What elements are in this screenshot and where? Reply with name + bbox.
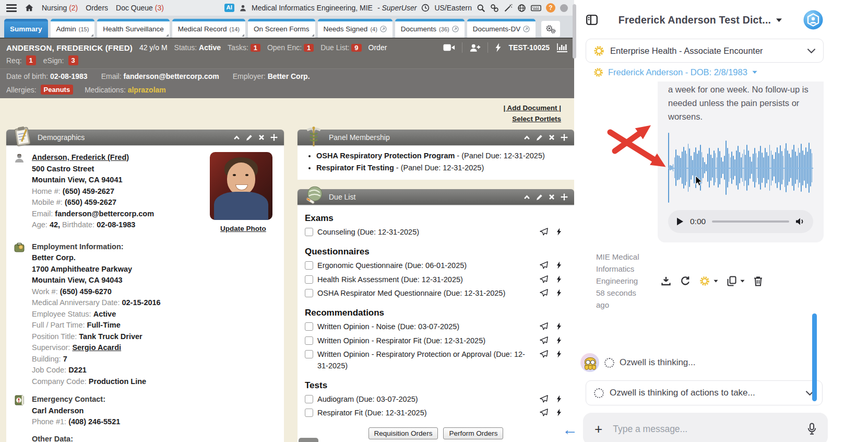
move-icon[interactable] (270, 134, 278, 141)
attach-button[interactable]: + (594, 422, 602, 436)
collapse-panel-button[interactable]: ← (558, 417, 581, 442)
player-seekbar[interactable] (712, 220, 789, 223)
bolt-icon[interactable] (556, 322, 562, 330)
bolt-icon[interactable] (556, 409, 562, 416)
allergy-badge[interactable]: Peanuts (41, 85, 74, 95)
globe-icon[interactable] (517, 4, 526, 13)
chart-id[interactable]: TEST-10025 (508, 43, 550, 52)
search-icon[interactable] (477, 4, 485, 13)
send-icon[interactable] (540, 289, 548, 297)
bolt-icon[interactable] (556, 261, 562, 269)
close-icon[interactable] (258, 134, 265, 141)
ai-badge[interactable]: AI (224, 4, 235, 12)
update-photo-link[interactable]: Update Photo (220, 223, 266, 235)
due-item-checkbox[interactable] (305, 409, 313, 417)
collapse-icon[interactable] (524, 134, 530, 141)
conversation-title[interactable]: Frederick Anderson Test Dict... (619, 14, 771, 26)
move-icon[interactable] (561, 134, 568, 141)
encounter-select[interactable]: Enterprise Health - Associate Encounter (586, 39, 824, 63)
trash-icon[interactable] (754, 276, 763, 286)
help-icon[interactable]: ? (546, 3, 555, 13)
volume-icon[interactable] (795, 217, 805, 226)
bolt-icon[interactable] (556, 350, 562, 358)
popout-icon[interactable] (452, 26, 459, 32)
tab-health-surveillance[interactable]: Health Surveillance (97, 19, 169, 38)
play-icon[interactable] (676, 217, 684, 226)
due-item-checkbox[interactable] (305, 275, 313, 284)
popout-icon[interactable] (523, 26, 530, 32)
send-icon[interactable] (540, 350, 548, 358)
close-icon[interactable] (549, 134, 555, 141)
wand-icon[interactable] (504, 4, 513, 13)
bolt-icon[interactable] (495, 43, 502, 52)
ozwell-logo[interactable] (803, 9, 824, 30)
bolt-icon[interactable] (556, 289, 562, 297)
due-item-checkbox[interactable] (305, 336, 313, 345)
due-item-checkbox[interactable] (305, 228, 313, 236)
nav-item-doc-queue[interactable]: Doc Queue (3) (116, 4, 164, 12)
due-item-checkbox[interactable] (305, 322, 313, 331)
chat-scrollbar[interactable] (812, 313, 817, 401)
tasks-count-badge[interactable]: 1 (251, 44, 260, 52)
requisition-orders-button[interactable]: Requisition Orders (368, 427, 438, 439)
add-person-icon[interactable] (469, 43, 481, 52)
popout-icon[interactable] (380, 26, 387, 32)
link-icon[interactable] (490, 4, 499, 13)
tab-on-screen-forms[interactable]: On Screen Forms (248, 19, 315, 38)
open-enc-count-badge[interactable]: 1 (304, 44, 314, 52)
keyboard-icon[interactable] (531, 4, 541, 12)
due-item-checkbox[interactable] (305, 289, 313, 297)
tab-summary[interactable]: Summary (4, 19, 48, 38)
perform-orders-button[interactable]: Perform Orders (443, 427, 503, 439)
send-icon[interactable] (540, 275, 548, 283)
send-icon[interactable] (540, 228, 548, 236)
tab-admin[interactable]: Admin(15) (51, 19, 95, 38)
bolt-icon[interactable] (556, 336, 562, 344)
portlet-settings-button[interactable] (541, 21, 560, 37)
tab-medical-record[interactable]: Medical Record(14) (172, 19, 245, 38)
due-item-checkbox[interactable] (305, 395, 313, 403)
chart-icon[interactable] (556, 43, 568, 53)
panel-toggle-icon[interactable] (586, 14, 598, 26)
tab-documents[interactable]: Documents(36) (395, 19, 465, 38)
due-item-checkbox[interactable] (305, 350, 313, 358)
patient-name[interactable]: ANDERSON, FREDERICK (FRED) (6, 43, 133, 52)
move-icon[interactable] (561, 193, 568, 201)
panel-resize-handle[interactable] (573, 4, 576, 59)
timezone-label[interactable]: US/Eastern (434, 4, 472, 12)
video-call-icon[interactable] (443, 43, 455, 52)
message-input[interactable] (612, 423, 798, 435)
edit-icon[interactable] (536, 194, 543, 201)
account-name[interactable]: Medical Informatics Engineering, MIE (252, 4, 373, 12)
menu-icon[interactable] (6, 4, 17, 12)
collapse-icon[interactable] (524, 194, 530, 201)
order-link[interactable]: Order (368, 43, 387, 52)
bolt-icon[interactable] (556, 395, 562, 403)
gear-menu[interactable] (699, 276, 718, 286)
send-icon[interactable] (540, 322, 548, 330)
medication-link[interactable]: alprazolam (128, 86, 166, 94)
close-icon[interactable] (549, 194, 555, 200)
due-item-checkbox[interactable] (305, 261, 313, 270)
actions-status-box[interactable]: Ozwell is thinking of actions to take... (586, 380, 823, 405)
req-count-badge[interactable]: 1 (26, 55, 36, 65)
caret-down-icon[interactable] (776, 18, 782, 22)
refresh-icon[interactable] (680, 276, 691, 286)
edit-icon[interactable] (246, 134, 253, 141)
select-portlets-link[interactable]: Select Portlets (512, 115, 561, 123)
bolt-icon[interactable] (556, 228, 562, 236)
tab-needs-signed[interactable]: Needs Signed(4) (318, 19, 393, 38)
due-list-count-badge[interactable]: 9 (351, 44, 361, 52)
chat-scroll-area[interactable]: a week for one week. No follow-up is nee… (586, 82, 824, 350)
bolt-icon[interactable] (556, 275, 562, 283)
download-icon[interactable] (661, 276, 671, 286)
nav-item-nursing[interactable]: Nursing (2) (42, 4, 78, 12)
edit-icon[interactable] (536, 134, 543, 141)
copy-menu[interactable] (727, 276, 745, 286)
send-icon[interactable] (540, 336, 548, 344)
nav-item-orders[interactable]: Orders (86, 4, 108, 12)
home-icon[interactable] (25, 3, 34, 13)
patient-context-selector[interactable]: Frederick Anderson - DOB: 2/8/1983 (593, 67, 824, 77)
supervisor-link[interactable]: Sergio Acardi (72, 343, 121, 352)
send-icon[interactable] (540, 409, 548, 416)
